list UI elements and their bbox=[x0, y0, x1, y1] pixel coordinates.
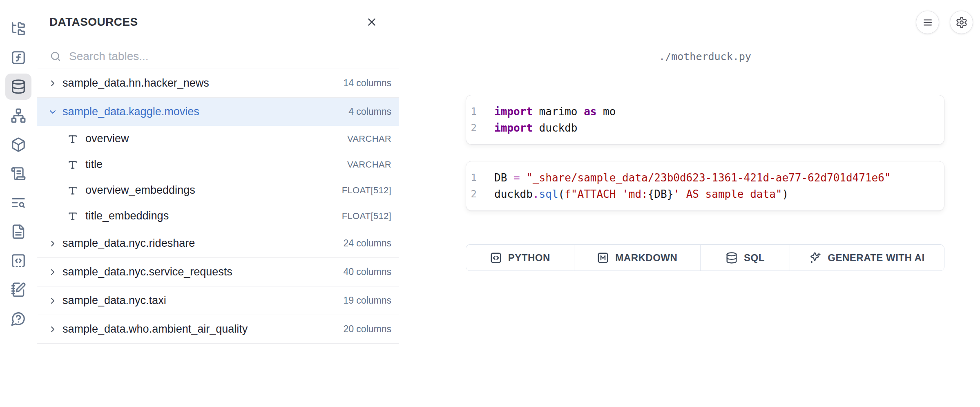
table-name: sample_data.who.ambient_air_quality bbox=[63, 323, 343, 335]
sidebar-item-packages[interactable] bbox=[5, 132, 31, 158]
column-name: title_embeddings bbox=[85, 210, 342, 222]
notebook-pen-icon bbox=[11, 282, 26, 297]
table-row[interactable]: sample_data.who.ambient_air_quality20 co… bbox=[37, 315, 399, 343]
column-type: VARCHAR bbox=[347, 159, 391, 170]
folder-tree-icon bbox=[11, 21, 26, 36]
table-row[interactable]: sample_data.nyc.taxi19 columns bbox=[37, 286, 399, 315]
chevron-right-icon bbox=[48, 239, 58, 248]
table-search-bar bbox=[37, 44, 399, 69]
table-group: sample_data.hn.hacker_news14 columns bbox=[37, 69, 399, 98]
chevron-down-icon bbox=[48, 107, 58, 117]
sidebar-item-datasources[interactable] bbox=[5, 74, 31, 100]
settings-icon bbox=[955, 16, 968, 29]
table-name: sample_data.nyc.rideshare bbox=[63, 237, 343, 250]
table-row[interactable]: sample_data.hn.hacker_news14 columns bbox=[37, 69, 399, 97]
code-line: 2duckdb.sql(f"ATTACH 'md:{DB}' AS sample… bbox=[466, 186, 944, 202]
line-number: 2 bbox=[466, 120, 485, 136]
table-name: sample_data.hn.hacker_news bbox=[63, 77, 343, 89]
snippets-icon bbox=[11, 253, 26, 268]
database-icon bbox=[11, 79, 26, 94]
code-line: 2import duckdb bbox=[466, 120, 944, 136]
notebook-menu-button[interactable] bbox=[916, 11, 939, 34]
code-line: 1DB = "_share/sample_data/23b0d623-1361-… bbox=[466, 170, 944, 186]
column-type: VARCHAR bbox=[347, 134, 391, 144]
type-icon bbox=[67, 134, 78, 144]
close-panel-button[interactable] bbox=[364, 14, 380, 30]
cells-container: 1import marimo as mo2import duckdb1DB = … bbox=[466, 95, 944, 211]
panel-title: DATASOURCES bbox=[49, 16, 138, 29]
help-bubble-icon bbox=[11, 311, 26, 326]
sidebar-item-scratchpad[interactable] bbox=[5, 277, 31, 303]
column-row[interactable]: titleVARCHAR bbox=[37, 152, 399, 177]
add-cell-sql-button[interactable]: SQL bbox=[701, 245, 790, 271]
add-cell-markdown-button[interactable]: MARKDOWN bbox=[574, 245, 701, 271]
type-icon bbox=[67, 211, 78, 221]
table-column-count: 4 columns bbox=[348, 106, 391, 117]
close-icon bbox=[366, 16, 378, 28]
chevron-right-icon bbox=[48, 324, 58, 334]
sidebar-item-variables[interactable] bbox=[5, 45, 31, 71]
table-column-count: 14 columns bbox=[343, 78, 391, 89]
activity-bar bbox=[0, 0, 37, 407]
add-cell-button-label: PYTHON bbox=[508, 252, 550, 264]
column-type: FLOAT[512] bbox=[342, 185, 391, 196]
type-icon bbox=[67, 185, 78, 196]
notebook-content: ./motherduck.py 1import marimo as mo2imp… bbox=[466, 0, 944, 271]
table-column-count: 19 columns bbox=[343, 295, 391, 306]
text-search-icon bbox=[11, 195, 26, 210]
table-name: sample_data.nyc.taxi bbox=[63, 294, 343, 307]
column-name: overview_embeddings bbox=[85, 184, 342, 197]
chevron-right-icon bbox=[48, 296, 58, 306]
table-group: sample_data.nyc.taxi19 columns bbox=[37, 286, 399, 315]
table-column-count: 40 columns bbox=[343, 266, 391, 277]
search-icon bbox=[49, 50, 62, 63]
table-row[interactable]: sample_data.nyc.rideshare24 columns bbox=[37, 229, 399, 257]
table-group: sample_data.nyc.rideshare24 columns bbox=[37, 229, 399, 258]
top-actions bbox=[916, 11, 973, 34]
dependency-graph-icon bbox=[11, 108, 26, 123]
function-square-icon bbox=[11, 50, 26, 65]
package-icon bbox=[11, 137, 26, 152]
sidebar-item-help[interactable] bbox=[5, 306, 31, 332]
code-square-icon bbox=[490, 252, 502, 264]
panel-header: DATASOURCES bbox=[37, 0, 399, 44]
sidebar-item-logs[interactable] bbox=[5, 161, 31, 187]
sidebar-item-documentation[interactable] bbox=[5, 219, 31, 245]
add-cell-button-label: SQL bbox=[744, 252, 765, 264]
search-input[interactable] bbox=[69, 50, 386, 63]
notebook-main: ./motherduck.py 1import marimo as mo2imp… bbox=[399, 0, 980, 407]
sparkles-icon bbox=[809, 252, 822, 264]
search-icon bbox=[49, 50, 62, 63]
markdown-square-icon bbox=[597, 252, 609, 264]
column-row[interactable]: overview_embeddingsFLOAT[512] bbox=[37, 177, 399, 203]
column-type: FLOAT[512] bbox=[342, 211, 391, 221]
line-number: 1 bbox=[466, 103, 485, 120]
column-row[interactable]: title_embeddingsFLOAT[512] bbox=[37, 203, 399, 229]
chevron-right-icon bbox=[48, 78, 58, 88]
notebook-filename[interactable]: ./motherduck.py bbox=[466, 48, 944, 65]
table-name: sample_data.nyc.service_requests bbox=[63, 266, 343, 278]
table-row[interactable]: sample_data.kaggle.movies4 columns bbox=[37, 98, 399, 126]
database-icon bbox=[726, 252, 738, 264]
line-number: 2 bbox=[466, 186, 485, 202]
table-column-count: 24 columns bbox=[343, 238, 391, 249]
sidebar-item-tracing[interactable] bbox=[5, 190, 31, 216]
code-line: 1import marimo as mo bbox=[466, 103, 944, 120]
add-cell-python-button[interactable]: PYTHON bbox=[466, 245, 574, 271]
column-row[interactable]: overviewVARCHAR bbox=[37, 126, 399, 152]
sidebar-item-snippets[interactable] bbox=[5, 248, 31, 274]
sidebar-item-dependencies[interactable] bbox=[5, 103, 31, 129]
code-cell[interactable]: 1DB = "_share/sample_data/23b0d623-1361-… bbox=[466, 161, 944, 211]
code-text: import duckdb bbox=[485, 120, 944, 136]
column-name: title bbox=[85, 158, 347, 171]
table-group: sample_data.who.ambient_air_quality20 co… bbox=[37, 315, 399, 344]
add-cell-bar: PYTHONMARKDOWNSQLGENERATE WITH AI bbox=[466, 244, 944, 271]
code-cell[interactable]: 1import marimo as mo2import duckdb bbox=[466, 95, 944, 145]
add-cell-generate-with-ai-button[interactable]: GENERATE WITH AI bbox=[790, 245, 944, 271]
settings-button[interactable] bbox=[950, 11, 973, 34]
code-text: import marimo as mo bbox=[485, 103, 944, 120]
type-icon bbox=[67, 159, 78, 170]
table-row[interactable]: sample_data.nyc.service_requests40 colum… bbox=[37, 258, 399, 286]
sidebar-item-file-explorer[interactable] bbox=[5, 16, 31, 42]
add-cell-button-label: GENERATE WITH AI bbox=[828, 252, 924, 264]
